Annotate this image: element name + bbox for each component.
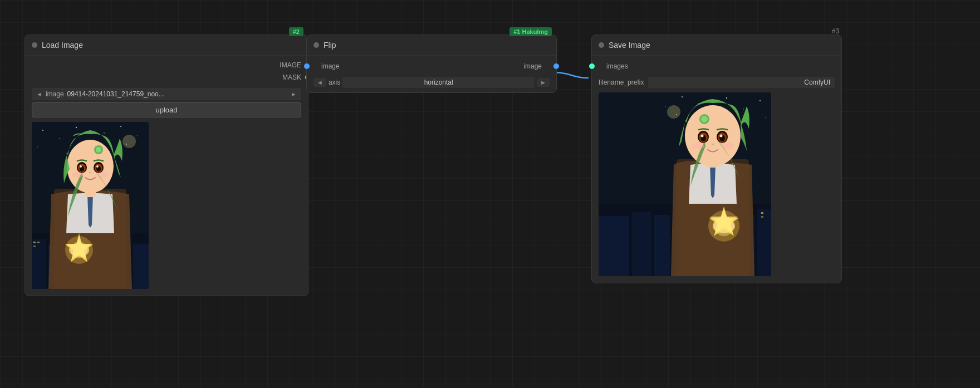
node-load-header: Load Image: [25, 35, 308, 56]
svg-point-44: [71, 242, 87, 258]
node-save-status-dot: [599, 42, 604, 48]
selector-arrow-right[interactable]: ►: [291, 91, 297, 97]
node-save-preview: [599, 92, 771, 276]
port-image-out: IMAGE: [25, 59, 308, 71]
svg-point-34: [80, 165, 82, 168]
filename-row: filename_prefix ComfyUI: [599, 77, 835, 88]
svg-point-7: [37, 146, 38, 148]
svg-point-27: [67, 140, 114, 193]
port-save-in-dot[interactable]: [589, 63, 595, 69]
svg-point-1: [42, 130, 43, 131]
svg-point-89: [714, 216, 734, 236]
node-flip-status-dot: [313, 42, 319, 48]
selector-arrow-left[interactable]: ◄: [36, 91, 42, 97]
port-flip-out-dot[interactable]: [553, 63, 559, 69]
node-save-title: Save Image: [609, 41, 650, 50]
axis-control: ◄ axis horizontal ►: [313, 77, 550, 88]
svg-point-46: [759, 100, 761, 101]
node-id-badge: #2: [289, 27, 303, 36]
node-load-title: Load Image: [42, 41, 83, 50]
svg-point-4: [104, 132, 105, 134]
anime-image-left: [32, 122, 149, 289]
svg-point-9: [122, 135, 136, 148]
svg-point-79: [701, 135, 704, 137]
port-save-images-in: images: [592, 60, 841, 72]
svg-rect-18: [133, 244, 149, 289]
image-selector[interactable]: ◄ image 09414-20241031_214759_noo... ►: [32, 88, 301, 100]
svg-point-52: [765, 117, 766, 118]
svg-point-80: [720, 135, 723, 137]
port-image-label: IMAGE: [280, 61, 301, 69]
svg-point-2: [59, 138, 60, 139]
selector-prefix: image: [46, 90, 64, 98]
svg-point-84: [701, 116, 708, 122]
svg-rect-56: [757, 209, 771, 276]
upload-button[interactable]: upload: [32, 102, 301, 117]
port-flip-out-label: image: [523, 62, 550, 70]
selector-filename: 09414-20241031_214759_noo...: [67, 90, 288, 98]
axis-arrow-left[interactable]: ◄: [313, 78, 326, 87]
node-save-badge: #3: [832, 27, 839, 35]
port-save-in-label: images: [599, 62, 628, 70]
svg-point-37: [97, 172, 109, 178]
svg-point-51: [665, 106, 665, 106]
svg-rect-65: [599, 216, 629, 276]
anime-svg-left: [32, 122, 149, 289]
svg-point-35: [96, 165, 99, 168]
node-status-dot: [32, 42, 37, 48]
svg-rect-20: [33, 245, 36, 247]
port-flip-in-label: image: [313, 62, 340, 70]
node-save-header: Save Image: [592, 35, 841, 56]
node-preview-image: [32, 122, 149, 289]
node-save-image: #3 Save Image images filename_prefix Com…: [591, 35, 842, 283]
svg-point-5: [120, 126, 121, 127]
svg-point-47: [743, 109, 744, 110]
node-flip-header: Flip: [307, 35, 556, 56]
svg-point-3: [76, 127, 77, 128]
svg-point-50: [682, 96, 683, 97]
svg-point-54: [667, 105, 680, 119]
svg-rect-21: [37, 242, 40, 243]
anime-svg-right: [599, 92, 771, 276]
svg-rect-63: [654, 215, 670, 276]
port-mask-label: MASK: [282, 73, 301, 81]
port-mask-out: MASK: [25, 71, 308, 84]
svg-rect-19: [33, 242, 36, 243]
canvas: #2 Load Image IMAGE MASK ◄ image 09414-2…: [0, 0, 980, 388]
svg-point-39: [96, 147, 101, 153]
svg-point-72: [685, 105, 741, 166]
node-flip-badge: #1 HakuImg: [509, 27, 552, 36]
filename-value[interactable]: ComfyUI: [648, 77, 835, 88]
svg-rect-66: [761, 212, 763, 214]
axis-value: horizontal: [342, 77, 535, 88]
node-load-image: #2 Load Image IMAGE MASK ◄ image 09414-2…: [24, 35, 308, 296]
filename-label: filename_prefix: [599, 78, 644, 86]
svg-point-36: [72, 172, 83, 178]
node-flip: #1 HakuImg Flip image image ◄ axis horiz…: [306, 35, 557, 93]
svg-rect-67: [761, 216, 763, 218]
port-flip-image-in: image image: [307, 60, 556, 72]
svg-rect-64: [632, 212, 651, 276]
svg-point-48: [726, 97, 727, 99]
axis-arrow-right[interactable]: ►: [537, 78, 550, 87]
axis-label: axis: [329, 78, 340, 86]
svg-point-81: [691, 143, 704, 149]
svg-point-82: [721, 143, 734, 149]
port-flip-in-dot[interactable]: [304, 63, 310, 69]
node-flip-title: Flip: [324, 41, 336, 50]
svg-point-6: [137, 135, 138, 136]
